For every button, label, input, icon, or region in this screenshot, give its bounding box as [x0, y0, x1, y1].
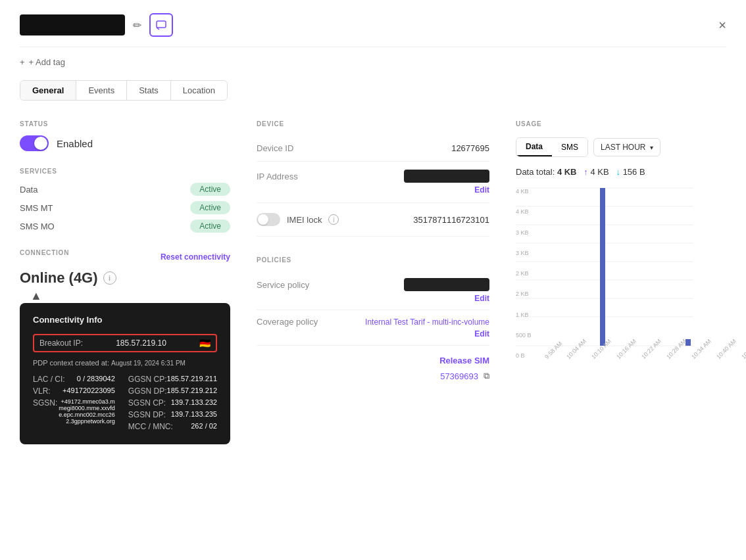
tab-location[interactable]: Location	[171, 81, 227, 100]
data-total-label: Data total:	[516, 167, 555, 177]
tab-stats[interactable]: Stats	[127, 81, 171, 100]
online-text: Online (4G)	[20, 269, 98, 287]
add-tag-plus-icon: +	[20, 57, 25, 67]
connection-arrow-icon: ▲	[30, 289, 230, 303]
ggsn-cp-value: 185.57.219.211	[167, 375, 217, 384]
pdp-label: PDP context created at:	[33, 359, 109, 367]
online-status: Online (4G) i	[20, 269, 230, 287]
status-label: STATUS	[20, 120, 230, 128]
data-sms-toggle: Data SMS	[516, 137, 588, 157]
coverage-policy-edit-link[interactable]: Edit	[257, 329, 489, 338]
sms-toggle-btn[interactable]: SMS	[552, 138, 587, 156]
service-policy-edit-link[interactable]: Edit	[257, 294, 489, 303]
y-label-6: 1 KB	[516, 312, 542, 318]
main-content: STATUS Enabled SERVICES Data Active SMS …	[20, 120, 726, 444]
pdp-value: August 19, 2024 6:31 PM	[111, 360, 186, 367]
service-policy-label: Service policy	[257, 280, 309, 290]
upload-value: 4 KB	[590, 167, 609, 177]
ip-address-label: IP Address	[257, 172, 298, 181]
breakout-ip-box: Breakout IP: 185.57.219.10 🇩🇪	[33, 334, 217, 352]
imei-info-icon[interactable]: i	[328, 214, 339, 225]
device-id-field: Device ID 12677695	[257, 135, 489, 162]
device-id-label: Device ID	[257, 143, 293, 153]
conn-right: GGSN CP: 185.57.219.211 GGSN DP: 185.57.…	[128, 373, 217, 432]
service-policy-field: Service policy Edit	[257, 271, 489, 310]
ip-address-edit-link[interactable]: Edit	[257, 185, 489, 195]
imei-value: 3517871116723101	[413, 215, 489, 225]
service-name-data: Data	[20, 185, 37, 195]
y-label-3: 3 KB	[516, 250, 542, 256]
copy-icon[interactable]: ⧉	[484, 371, 489, 381]
mcc-mnc-row: MCC / MNC: 262 / 02	[128, 421, 217, 432]
ggsn-dp-value: 185.57.219.212	[167, 386, 217, 396]
imei-lock-toggle[interactable]	[257, 213, 280, 226]
sgsn-row: SGSN: +49172.mmec0a3.mmegi8000.mme.xxvfd…	[33, 397, 115, 426]
enabled-toggle[interactable]	[20, 135, 49, 151]
imei-lock-label: IMEI lock	[287, 215, 322, 225]
vlr-value: +491720223095	[62, 386, 115, 396]
y-label-1: 4 KB	[516, 208, 542, 215]
tab-general[interactable]: General	[20, 81, 76, 100]
y-label-0: 4 KB	[516, 188, 542, 195]
message-icon[interactable]	[149, 13, 173, 37]
iccid-row: 57369693 ⧉	[257, 371, 489, 381]
usage-chart-svg	[516, 185, 693, 349]
middle-column: DEVICE Device ID 12677695 IP Address Edi…	[257, 120, 489, 444]
close-button[interactable]: ×	[718, 18, 726, 33]
add-tag-button[interactable]: + + Add tag	[20, 57, 726, 67]
download-value: 156 B	[623, 167, 645, 177]
ggsn-dp-row: GGSN DP: 185.57.219.212	[128, 385, 217, 397]
lac-ci-row: LAC / CI: 0 / 2839042	[33, 373, 115, 385]
connection-info-icon[interactable]: i	[103, 271, 116, 285]
toggle-knob	[34, 137, 47, 150]
right-column: USAGE Data SMS LAST HOUR ▾ Data total: 4…	[516, 120, 726, 444]
service-name-smsmt: SMS MT	[20, 203, 53, 213]
lac-ci-label: LAC / CI:	[33, 375, 65, 384]
coverage-policy-field: Coverage policy Internal Test Tarif - mu…	[257, 310, 489, 346]
reset-connectivity-button[interactable]: Reset connectivity	[161, 252, 230, 262]
y-axis-labels: 4 KB 4 KB 3 KB 3 KB 2 KB 2 KB 1 KB 500 B…	[516, 185, 542, 362]
mcc-mnc-label: MCC / MNC:	[128, 422, 173, 431]
services-section: SERVICES Data Active SMS MT Active SMS M…	[20, 168, 230, 233]
time-period-select[interactable]: LAST HOUR ▾	[593, 138, 660, 156]
y-label-2: 3 KB	[516, 229, 542, 236]
policies-section: POLICIES Service policy Edit Coverage po…	[257, 256, 489, 346]
chart-with-y-axis: 4 KB 4 KB 3 KB 3 KB 2 KB 2 KB 1 KB 500 B…	[516, 185, 726, 349]
conn-left: LAC / CI: 0 / 2839042 VLR: +491720223095…	[33, 373, 115, 432]
breakout-ip-label: Breakout IP:	[39, 338, 83, 348]
download-arrow-icon: ↓	[616, 167, 621, 177]
connectivity-popup-title: Connectivity Info	[33, 315, 217, 325]
sgsn-dp-row: SGSN DP: 139.7.133.235	[128, 409, 217, 421]
usage-section-label: USAGE	[516, 120, 726, 128]
vlr-label: VLR:	[33, 386, 51, 396]
ggsn-cp-label: GGSN CP:	[128, 375, 167, 384]
connectivity-grid: LAC / CI: 0 / 2839042 VLR: +491720223095…	[33, 373, 217, 432]
header: ✏ ×	[20, 13, 726, 47]
chevron-down-icon: ▾	[650, 144, 653, 151]
service-status-data: Active	[190, 183, 230, 196]
device-section-label: DEVICE	[257, 120, 489, 128]
device-id-value: 12677695	[451, 143, 489, 153]
tab-events[interactable]: Events	[76, 81, 127, 100]
iccid-value[interactable]: 57369693	[440, 371, 478, 381]
connection-label: CONNECTION	[20, 249, 69, 256]
data-total-row: Data total: 4 KB ↑ 4 KB ↓ 156 B	[516, 167, 726, 177]
edit-icon[interactable]: ✏	[133, 19, 141, 32]
enabled-label: Enabled	[57, 138, 93, 149]
svg-rect-0	[157, 21, 166, 28]
imei-row: IMEI lock i 3517871116723101	[257, 203, 489, 237]
toggle-row: Enabled	[20, 135, 230, 151]
connection-section: CONNECTION Reset connectivity Online (4G…	[20, 249, 230, 444]
status-section: STATUS Enabled	[20, 120, 230, 151]
device-section: DEVICE Device ID 12677695 IP Address Edi…	[257, 120, 489, 237]
data-toggle-btn[interactable]: Data	[516, 138, 552, 156]
x-axis-labels: 9:58 AM 10:04 AM 10:10 AM 10:16 AM 10:22…	[516, 350, 726, 362]
device-name-redacted	[20, 14, 125, 35]
tabs-container: General Events Stats Location	[20, 80, 228, 101]
release-sim-button[interactable]: Release SIM	[439, 356, 489, 365]
sgsn-dp-value: 139.7.133.235	[171, 410, 217, 419]
modal-container: ✏ × + + Add tag General Events Stats Loc…	[0, 0, 746, 560]
upload-arrow-icon: ↑	[584, 167, 588, 177]
svg-rect-11	[600, 188, 605, 346]
sgsn-cp-value: 139.7.133.232	[171, 398, 217, 408]
